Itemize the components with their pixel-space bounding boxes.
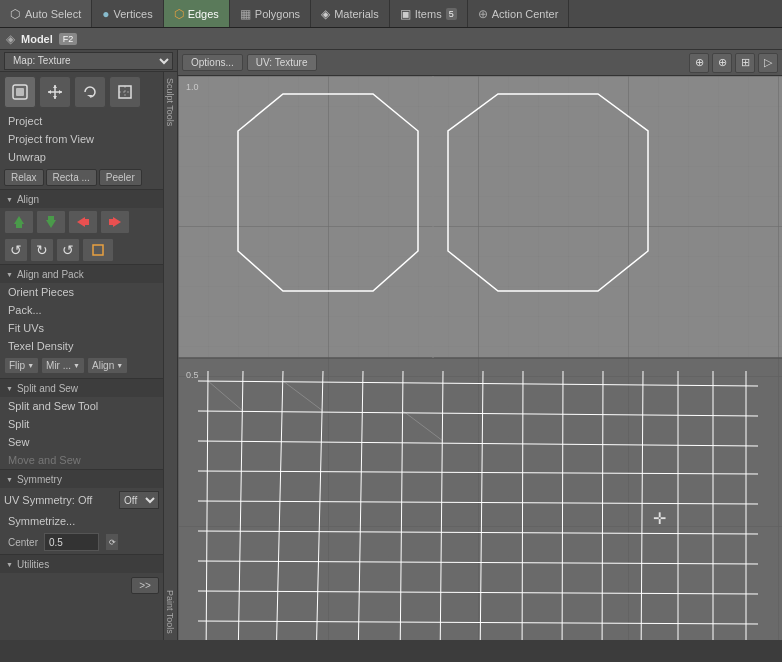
- utilities-header[interactable]: ▼ Utilities: [0, 555, 163, 573]
- vt-arrow-icon[interactable]: ▷: [758, 53, 778, 73]
- rotate-ccw-1-btn[interactable]: ↺: [4, 238, 28, 262]
- align-section-header[interactable]: ▼ Align: [0, 190, 163, 208]
- uv-texture-button[interactable]: UV: Texture: [247, 54, 317, 71]
- svg-marker-7: [59, 90, 62, 94]
- topbar-item-materials[interactable]: ◈ Materials: [311, 0, 390, 27]
- items-icon: ▣: [400, 7, 411, 21]
- symmetry-header[interactable]: ▼ Symmetry: [0, 470, 163, 488]
- align-down-btn[interactable]: [36, 210, 66, 234]
- align-up-btn[interactable]: [4, 210, 34, 234]
- flip-dropdown[interactable]: Flip ▼: [4, 357, 39, 374]
- uv-symmetry-select[interactable]: OffOn: [119, 491, 159, 509]
- vertices-icon: ●: [102, 7, 109, 21]
- align-right-btn[interactable]: [100, 210, 130, 234]
- topbar-item-action-center[interactable]: ⊕ Action Center: [468, 0, 570, 27]
- tool-icon-rotate[interactable]: [74, 76, 106, 108]
- model-icon: ◈: [6, 32, 15, 46]
- panel-scrollable: Project Project from View Unwrap Relax R…: [0, 72, 163, 640]
- orient-pieces-item[interactable]: Orient Pieces: [0, 283, 163, 301]
- relax-button[interactable]: Relax: [4, 169, 44, 186]
- map-select[interactable]: Map: Texture Map: UV: [4, 52, 173, 70]
- project-item[interactable]: Project: [0, 112, 163, 130]
- align-section: ▼ Align: [0, 190, 163, 265]
- align-pack-section: ▼ Align and Pack Orient Pieces Pack... F…: [0, 265, 163, 379]
- unwrap-item[interactable]: Unwrap: [0, 148, 163, 166]
- svg-rect-17: [85, 219, 89, 225]
- utilities-section: ▼ Utilities >>: [0, 555, 163, 598]
- topbar-item-edges[interactable]: ⬡ Edges: [164, 0, 230, 27]
- peeler-button[interactable]: Peeler: [99, 169, 142, 186]
- recta-button[interactable]: Recta ...: [46, 169, 97, 186]
- align-left-btn[interactable]: [68, 210, 98, 234]
- left-panel: Map: Texture Map: UV: [0, 50, 178, 640]
- project-from-view-item[interactable]: Project from View: [0, 130, 163, 148]
- uv-symmetry-label: UV Symmetry: Off: [4, 494, 115, 506]
- svg-marker-12: [14, 216, 24, 224]
- main-area: Map: Texture Map: UV: [0, 50, 782, 640]
- tool-icons-row: [0, 72, 163, 112]
- center-input[interactable]: [44, 533, 99, 551]
- topbar: ⬡ Auto Select ● Vertices ⬡ Edges ▦ Polyg…: [0, 0, 782, 28]
- texel-density-item[interactable]: Texel Density: [0, 337, 163, 355]
- polygons-icon: ▦: [240, 7, 251, 21]
- vt-zoom-icon[interactable]: ⊕: [712, 53, 732, 73]
- paint-tools-tab[interactable]: Paint Tools: [164, 584, 177, 640]
- pack-item[interactable]: Pack...: [0, 301, 163, 319]
- align-pack-header[interactable]: ▼ Align and Pack: [0, 265, 163, 283]
- svg-marker-18: [113, 217, 121, 227]
- topbar-item-auto-select[interactable]: ⬡ Auto Select: [0, 0, 92, 27]
- split-item[interactable]: Split: [0, 415, 163, 433]
- vt-search-icon[interactable]: ⊕: [689, 53, 709, 73]
- model-header: ◈ Model F2: [0, 28, 782, 50]
- utilities-label: Utilities: [17, 559, 49, 570]
- auto-select-label: Auto Select: [25, 8, 81, 20]
- svg-rect-24: [178, 76, 782, 358]
- move-and-sew-item: Move and Sew: [0, 451, 163, 469]
- align-dropdown[interactable]: Align ▼: [87, 357, 128, 374]
- svg-rect-15: [48, 216, 54, 220]
- items-label: Items: [415, 8, 442, 20]
- materials-icon: ◈: [321, 7, 330, 21]
- center-stepper[interactable]: ⟳: [105, 533, 119, 551]
- polygons-label: Polygons: [255, 8, 300, 20]
- topbar-item-vertices[interactable]: ● Vertices: [92, 0, 163, 27]
- split-sew-section: ▼ Split and Sew Split and Sew Tool Split…: [0, 379, 163, 470]
- tool-icon-scale[interactable]: [109, 76, 141, 108]
- expand-button[interactable]: >>: [131, 577, 159, 594]
- svg-rect-1: [16, 88, 24, 96]
- svg-text:1.0: 1.0: [186, 82, 199, 92]
- align-arrow: ▼: [116, 362, 123, 369]
- rotate-cw-1-btn[interactable]: ↻: [30, 238, 54, 262]
- split-sew-header[interactable]: ▼ Split and Sew: [0, 379, 163, 397]
- svg-marker-6: [48, 90, 51, 94]
- action-center-icon: ⊕: [478, 7, 488, 21]
- svg-marker-4: [53, 85, 57, 88]
- split-sew-tool-item[interactable]: Split and Sew Tool: [0, 397, 163, 415]
- tool-icon-move[interactable]: [39, 76, 71, 108]
- svg-marker-14: [46, 220, 56, 228]
- model-badge: F2: [59, 33, 78, 45]
- rotate-buttons-row: ↺ ↻ ↺: [0, 236, 163, 264]
- align-triangle: ▼: [6, 196, 13, 203]
- topbar-item-items[interactable]: ▣ Items 5: [390, 0, 468, 27]
- flip-mir-align-row: Flip ▼ Mir ... ▼ Align ▼: [0, 355, 163, 378]
- sculpt-tools-tab[interactable]: Sculpt Tools: [164, 72, 177, 132]
- mir-dropdown[interactable]: Mir ... ▼: [41, 357, 85, 374]
- relax-buttons: Relax Recta ... Peeler: [0, 166, 163, 189]
- uv-canvas[interactable]: ✛ 1.0 0.5 0 0.5 1.0: [178, 76, 782, 640]
- edges-icon: ⬡: [174, 7, 184, 21]
- symmetrize-item[interactable]: Symmetrize...: [0, 512, 163, 530]
- vt-icons-right: ⊕ ⊕ ⊞ ▷: [689, 53, 778, 73]
- fit-uvs-item[interactable]: Fit UVs: [0, 319, 163, 337]
- tool-icon-select[interactable]: [4, 76, 36, 108]
- svg-rect-19: [109, 219, 113, 225]
- sew-item[interactable]: Sew: [0, 433, 163, 451]
- rotate-ccw-2-btn[interactable]: ↺: [56, 238, 80, 262]
- model-title: Model: [21, 33, 53, 45]
- topbar-item-polygons[interactable]: ▦ Polygons: [230, 0, 311, 27]
- options-button[interactable]: Options...: [182, 54, 243, 71]
- rotate-square-btn[interactable]: [82, 238, 114, 262]
- split-sew-triangle: ▼: [6, 385, 13, 392]
- vt-fit-icon[interactable]: ⊞: [735, 53, 755, 73]
- align-pack-label: Align and Pack: [17, 269, 84, 280]
